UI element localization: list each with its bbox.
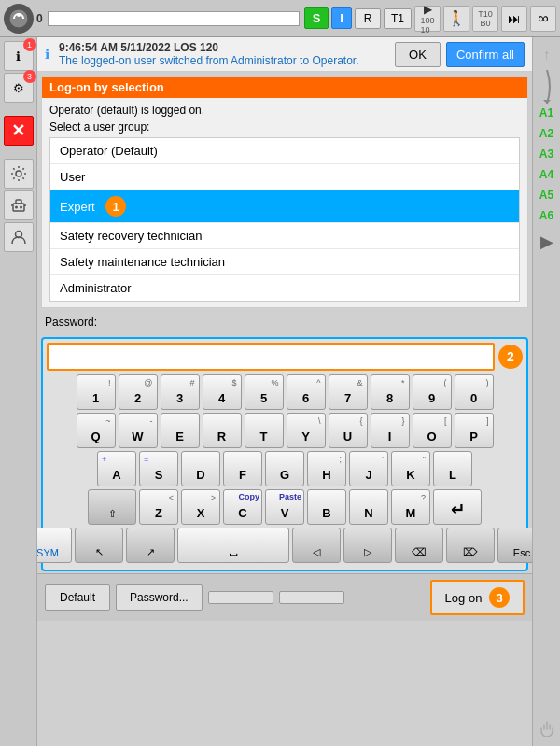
- key-2[interactable]: @2: [119, 374, 158, 410]
- infinity-icon[interactable]: ∞: [530, 6, 556, 32]
- info-icon[interactable]: ℹ 1: [4, 41, 34, 71]
- key-w[interactable]: -W: [119, 413, 158, 448]
- key-d[interactable]: D: [181, 451, 220, 486]
- key-g[interactable]: G: [265, 451, 304, 486]
- key-u[interactable]: {U: [329, 413, 368, 448]
- key-z[interactable]: <Z: [139, 489, 178, 525]
- content-area: ℹ 9:46:54 AM 5/11/2022 LOS 120 The logge…: [37, 37, 532, 746]
- key-shift[interactable]: ⇧: [88, 489, 136, 525]
- settings-icon[interactable]: [4, 159, 34, 189]
- key-delete[interactable]: ⌦: [446, 528, 495, 563]
- password-button[interactable]: Password...: [116, 584, 203, 611]
- password-input[interactable]: [47, 343, 495, 371]
- key-backspace[interactable]: ⌫: [395, 528, 443, 563]
- user-group-item-user[interactable]: User: [50, 164, 519, 190]
- key-9[interactable]: (9: [413, 374, 452, 410]
- svg-point-0: [9, 9, 28, 28]
- key-h[interactable]: ;H: [307, 451, 346, 486]
- empty-button-2[interactable]: [279, 591, 344, 604]
- hand-icon[interactable]: [538, 714, 556, 742]
- key-arrow-left[interactable]: ◁: [292, 528, 341, 563]
- logon-panel: Log-on by selection Operator (default) i…: [41, 76, 528, 308]
- right-sidebar-a6[interactable]: A6: [536, 207, 558, 224]
- key-sym[interactable]: SYM: [37, 528, 72, 563]
- key-8[interactable]: *8: [371, 374, 410, 410]
- right-sidebar-a5[interactable]: A5: [536, 187, 558, 204]
- right-sidebar-a4[interactable]: A4: [536, 166, 558, 183]
- user-group-item-expert[interactable]: Expert 1: [50, 190, 519, 223]
- key-p[interactable]: ]P: [455, 413, 494, 448]
- default-button[interactable]: Default: [45, 584, 110, 611]
- curve-icon[interactable]: [538, 73, 556, 101]
- empty-button-1[interactable]: [208, 591, 273, 604]
- logon-select-label: Select a user group:: [49, 120, 520, 134]
- notification-bar: ℹ 9:46:54 AM 5/11/2022 LOS 120 The logge…: [37, 37, 532, 72]
- key-j[interactable]: 'J: [349, 451, 388, 486]
- key-t[interactable]: T: [245, 413, 284, 448]
- skip-icon[interactable]: ⏭: [501, 6, 527, 32]
- key-1[interactable]: !1: [77, 374, 116, 410]
- tool-icon[interactable]: T10 B0: [472, 6, 498, 32]
- key-n[interactable]: N: [349, 489, 388, 525]
- key-f[interactable]: F: [223, 451, 262, 486]
- user-group-item-safety-maintenance[interactable]: Safety maintenance technician: [50, 249, 519, 275]
- key-y[interactable]: \Y: [287, 413, 326, 448]
- btn-r[interactable]: R: [355, 8, 381, 29]
- key-esc[interactable]: Esc: [497, 528, 532, 563]
- logon-button[interactable]: Log on 3: [430, 580, 525, 615]
- key-arrow-right[interactable]: ▷: [343, 528, 392, 563]
- svg-point-6: [20, 206, 22, 209]
- gear-icon[interactable]: ⚙ 3: [4, 73, 34, 103]
- key-v[interactable]: Paste V: [265, 489, 304, 525]
- key-b[interactable]: B: [307, 489, 346, 525]
- logon-status: Operator (default) is logged on.: [49, 104, 520, 117]
- close-icon[interactable]: ✕: [4, 116, 34, 146]
- key-5[interactable]: %5: [245, 374, 284, 410]
- key-l[interactable]: L: [433, 451, 472, 486]
- right-sidebar-a3[interactable]: A3: [536, 146, 558, 162]
- user-group-item-operator[interactable]: Operator (Default): [50, 138, 519, 164]
- btn-s[interactable]: S: [304, 7, 329, 29]
- key-s[interactable]: =S: [139, 451, 178, 486]
- key-4[interactable]: $4: [203, 374, 242, 410]
- key-m[interactable]: ?M: [391, 489, 430, 525]
- key-i[interactable]: }I: [371, 413, 410, 448]
- right-sidebar-a2[interactable]: A2: [536, 125, 558, 142]
- user-group-item-safety-recovery[interactable]: Safety recovery technician: [50, 223, 519, 249]
- btn-t1[interactable]: T1: [384, 8, 412, 29]
- key-c[interactable]: Copy C: [223, 489, 262, 525]
- key-o[interactable]: [O: [413, 413, 452, 448]
- key-7[interactable]: &7: [329, 374, 368, 410]
- key-arrow-upleft[interactable]: ↖: [75, 528, 123, 563]
- key-a[interactable]: +A: [97, 451, 136, 486]
- key-e[interactable]: E: [161, 413, 200, 448]
- user-icon[interactable]: [4, 222, 34, 252]
- progress-label: 0: [36, 12, 43, 25]
- password-section: Password:: [41, 316, 528, 331]
- key-k[interactable]: "K: [391, 451, 430, 486]
- key-arrow-upright[interactable]: ↗: [126, 528, 175, 563]
- ok-button[interactable]: OK: [395, 42, 441, 67]
- logon-badge: 3: [489, 587, 510, 608]
- key-q[interactable]: ~Q: [77, 413, 116, 448]
- key-x[interactable]: >X: [181, 489, 220, 525]
- walk-icon[interactable]: 🚶: [443, 6, 469, 32]
- key-space[interactable]: ⎵: [177, 528, 289, 563]
- key-enter[interactable]: ↵: [433, 489, 482, 525]
- svg-point-1: [17, 13, 21, 17]
- password-badge: 2: [498, 345, 523, 369]
- play-right-arrow[interactable]: ▶: [538, 228, 556, 256]
- key-6[interactable]: ^6: [287, 374, 326, 410]
- right-sidebar-a1[interactable]: A1: [536, 105, 558, 121]
- key-0[interactable]: )0: [455, 374, 494, 410]
- key-3[interactable]: #3: [161, 374, 200, 410]
- scroll-up-arrow[interactable]: ↑: [538, 41, 556, 69]
- key-r[interactable]: R: [203, 413, 242, 448]
- btn-i[interactable]: I: [331, 7, 352, 29]
- play-icon[interactable]: ▶ 10010: [414, 6, 441, 32]
- robot-icon[interactable]: [4, 190, 34, 220]
- user-group-item-administrator[interactable]: Administrator: [50, 275, 519, 301]
- notification-timestamp: 9:46:54 AM 5/11/2022 LOS 120: [59, 41, 389, 54]
- confirm-all-button[interactable]: Confirm all: [446, 42, 525, 67]
- svg-marker-10: [543, 100, 551, 104]
